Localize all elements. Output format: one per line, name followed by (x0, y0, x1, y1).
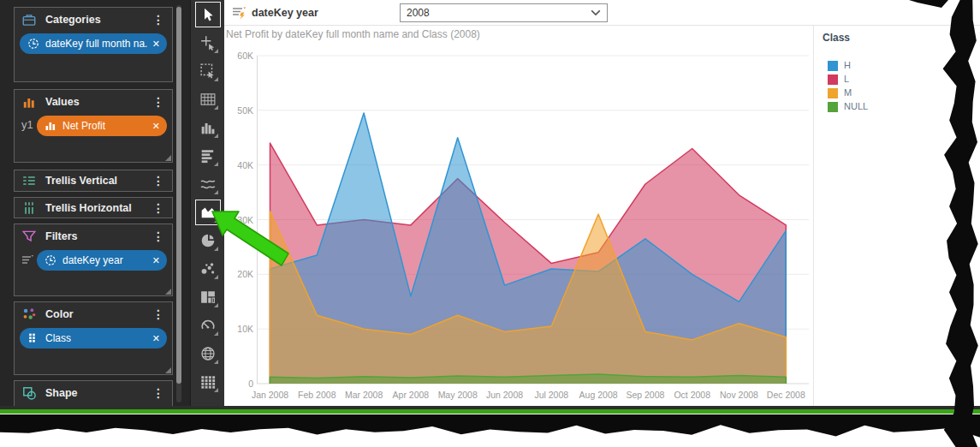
panel-title: Color (45, 308, 150, 320)
remove-x-icon[interactable]: ✕ (152, 333, 160, 344)
tool-select-pointer[interactable] (195, 2, 221, 27)
trellis-horizontal-icon (21, 200, 37, 216)
briefcase-icon (21, 12, 37, 27)
panel-title: Shape (45, 387, 150, 399)
legend-item-M[interactable]: M (828, 87, 979, 98)
kebab-menu-icon[interactable]: ⋮ (150, 202, 167, 214)
panel-title: Filters (45, 230, 150, 242)
x-axis-tick-label: Oct 2008 (668, 390, 716, 400)
attribute-grid-icon (27, 332, 39, 344)
tool-lasso-select[interactable] (195, 58, 221, 84)
panel-title: Trellis Vertical (45, 175, 150, 187)
x-axis-tick-label: Jul 2008 (527, 390, 575, 400)
tool-map-globe[interactable] (195, 341, 221, 367)
legend-swatch (828, 102, 838, 112)
chart-type-toolbar (190, 0, 224, 406)
color-dots-icon (21, 307, 37, 322)
kebab-menu-icon[interactable]: ⋮ (150, 308, 167, 320)
tool-small-multiples[interactable] (195, 369, 221, 395)
chip-class[interactable]: Class ✕ (20, 328, 167, 349)
y-axis-tick-label: 50K (224, 105, 253, 116)
panel-filters-header: Filters ⋮ (15, 224, 172, 248)
sidebar-scrollbar-thumb[interactable] (176, 7, 181, 384)
y-axis-tick-label: 0 (224, 378, 253, 389)
tool-area-chart[interactable] (195, 200, 221, 225)
measure-bars-icon (45, 120, 56, 132)
drop-zone-sidebar: Categories ⋮ dateKey full month na... ✕ … (0, 0, 190, 406)
window-border-line (0, 409, 980, 414)
tool-treemap[interactable] (195, 284, 221, 310)
tool-scatter-chart[interactable] (195, 256, 221, 282)
chip-net-profit[interactable]: Net Profit ✕ (37, 116, 167, 136)
tool-column-chart[interactable] (195, 115, 221, 140)
x-axis-tick-label: Jun 2008 (481, 390, 529, 400)
trellis-vertical-icon (21, 173, 37, 188)
legend-item-L[interactable]: L (828, 74, 979, 85)
tool-gauge[interactable] (195, 313, 221, 338)
x-axis-tick-label: Apr 2008 (387, 390, 435, 400)
area-chart-plot[interactable] (257, 56, 809, 384)
chip-datekey-full-month-name[interactable]: dateKey full month na... ✕ (20, 33, 167, 54)
kebab-menu-icon[interactable]: ⋮ (150, 230, 167, 242)
clock-date-icon (27, 38, 39, 50)
clock-date-icon (45, 254, 56, 266)
tool-line-chart[interactable] (195, 171, 221, 197)
remove-x-icon[interactable]: ✕ (152, 39, 160, 50)
legend-swatch (828, 74, 838, 85)
legend-swatch (828, 88, 838, 98)
chip-label: dateKey full month na... (45, 38, 147, 50)
app-window: Categories ⋮ dateKey full month na... ✕ … (0, 0, 980, 447)
panel-shape-header: Shape ⋮ (15, 381, 172, 405)
legend-swatch (828, 61, 838, 71)
x-axis-tick-label: Nov 2008 (716, 390, 763, 400)
list-slicer-bolt-icon (231, 5, 246, 21)
panel-values-header: Values ⋮ (15, 90, 172, 114)
remove-x-icon[interactable]: ✕ (152, 255, 160, 266)
legend-item-NULL[interactable]: NULL (828, 101, 979, 112)
chip-label: Net Profit (62, 120, 147, 132)
panel-title: Values (45, 96, 150, 108)
year-dropdown-value: 2008 (401, 7, 591, 19)
legend-list: HLMNULL (828, 60, 979, 112)
panel-trellis-horizontal: Trellis Horizontal ⋮ (14, 197, 173, 218)
legend-title: Class (823, 32, 979, 44)
legend-item-H[interactable]: H (828, 60, 979, 71)
tool-pie-chart[interactable] (195, 228, 221, 253)
chip-label: dateKey year (62, 254, 147, 266)
measure-bars-icon (21, 94, 37, 110)
legend-label: NULL (844, 101, 868, 112)
kebab-menu-icon[interactable]: ⋮ (150, 175, 167, 187)
report-canvas: dateKey year 2008 Net Profit by dateKey … (224, 0, 980, 406)
year-dropdown[interactable]: 2008 (400, 3, 608, 22)
chip-datekey-year[interactable]: dateKey year ✕ (37, 250, 167, 271)
y-axis-tick-label: 20K (224, 269, 253, 279)
panel-filters: Filters ⋮ dateKey year ✕ (14, 224, 173, 296)
legend-label: H (844, 60, 851, 71)
panel-categories-header: Categories ⋮ (15, 8, 172, 32)
kebab-menu-icon[interactable]: ⋮ (150, 14, 167, 26)
legend-panel: Class HLMNULL (813, 26, 979, 406)
kebab-menu-icon[interactable]: ⋮ (150, 96, 167, 108)
panel-color: Color ⋮ Class ✕ (14, 301, 173, 375)
tool-point-select[interactable] (195, 30, 221, 56)
chevron-down-icon (591, 9, 601, 16)
panel-shape: Shape ⋮ (14, 380, 173, 409)
list-slicer-icon (21, 253, 34, 267)
x-axis-tick-label: Sep 2008 (621, 390, 669, 400)
tool-grid[interactable] (195, 86, 221, 112)
slicer-bar: dateKey year 2008 (224, 0, 980, 26)
remove-x-icon[interactable]: ✕ (152, 121, 160, 132)
sidebar-scrollbar (176, 5, 181, 402)
panel-values: Values ⋮ y1 Net Profit ✕ (14, 89, 173, 163)
x-axis-tick-label: Feb 2008 (293, 390, 341, 400)
legend-label: M (844, 87, 852, 98)
panel-trellis-vertical: Trellis Vertical ⋮ (14, 170, 173, 192)
tool-bar-chart[interactable] (195, 143, 221, 169)
panel-trellis-horizontal-header: Trellis Horizontal ⋮ (15, 198, 172, 218)
shape-icon (21, 385, 37, 401)
legend-label: L (844, 74, 849, 85)
panel-categories: Categories ⋮ dateKey full month na... ✕ (14, 7, 173, 82)
panel-trellis-vertical-header: Trellis Vertical ⋮ (15, 170, 172, 191)
y-axis-tick-label: 30K (224, 215, 253, 225)
kebab-menu-icon[interactable]: ⋮ (150, 387, 167, 399)
